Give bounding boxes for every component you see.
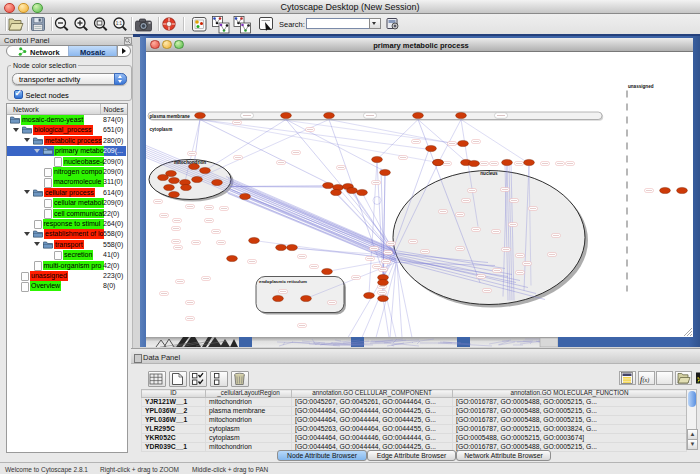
- svg-text:unassigned: unassigned: [628, 83, 654, 88]
- svg-text:nucleus: nucleus: [480, 170, 498, 175]
- svg-text:cytoplasm: cytoplasm: [150, 127, 173, 132]
- svg-text:1:1: 1:1: [116, 21, 123, 26]
- svg-text:plasma membrane: plasma membrane: [150, 113, 191, 118]
- svg-text:endoplasmic reticulum: endoplasmic reticulum: [259, 279, 307, 284]
- svg-text:f(x): f(x): [640, 374, 649, 384]
